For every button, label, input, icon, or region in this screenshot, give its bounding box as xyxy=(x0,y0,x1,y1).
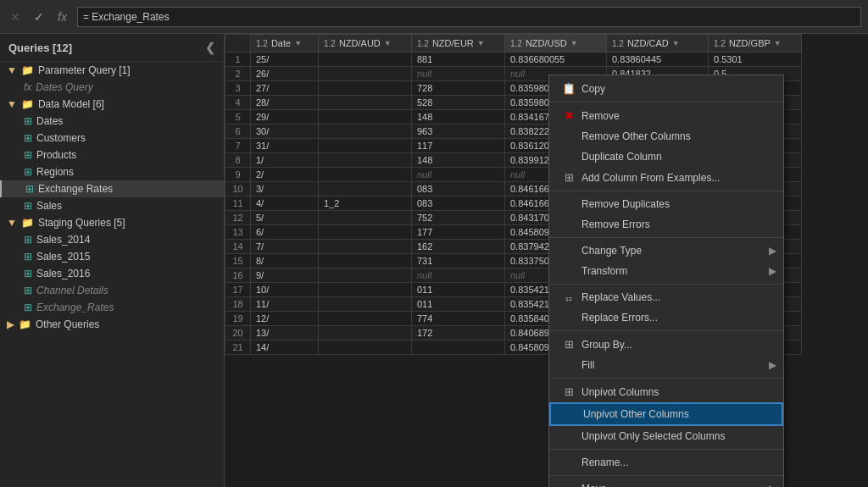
sidebar-item-regions[interactable]: ⊞ Regions xyxy=(0,163,224,180)
menu-item-replace-errors[interactable]: Replace Errors... xyxy=(549,307,783,328)
col-header-nzdgbp[interactable]: 1.2 NZD/GBP ▼ xyxy=(709,35,802,53)
sidebar-item-sales2014[interactable]: ⊞ Sales_2014 xyxy=(0,231,224,248)
menu-separator xyxy=(549,378,783,379)
menu-label: Fill xyxy=(581,359,594,371)
sidebar-group-parameter-query[interactable]: ▼ 📁 Parameter Query [1] xyxy=(0,62,224,79)
item-label: Exchange Rates xyxy=(38,183,113,195)
cell-col4: 0.836680055 xyxy=(505,53,607,67)
menu-item-remove-duplicates[interactable]: Remove Duplicates xyxy=(549,194,783,214)
cell-col2 xyxy=(319,225,412,240)
row-number: 2 xyxy=(225,67,251,81)
menu-item-replace-values[interactable]: ₁₂Replace Values... xyxy=(549,287,783,307)
menu-item-add-column-from-examples[interactable]: ⊞Add Column From Examples... xyxy=(549,167,783,188)
cell-col3: 162 xyxy=(412,240,505,254)
sidebar-item-channel-details[interactable]: ⊞ Channel Details xyxy=(0,282,224,299)
sidebar-item-customers[interactable]: ⊞ Customers xyxy=(0,130,224,147)
item-label: Exchange_Rates xyxy=(36,302,114,313)
menu-item-remove-errors[interactable]: Remove Errors xyxy=(549,214,783,235)
menu-label: Remove xyxy=(581,110,620,122)
sidebar-item-exchange-rates[interactable]: ⊞ Exchange Rates xyxy=(0,180,224,197)
sidebar-item-exchange-rates-staging[interactable]: ⊞ Exchange_Rates xyxy=(0,299,224,316)
sidebar-item-dates[interactable]: ⊞ Dates xyxy=(0,113,224,130)
cell-col5: 0.83860445 xyxy=(607,53,709,67)
col-header-nzdusd[interactable]: 1.2 NZD/USD ▼ xyxy=(505,35,607,53)
sidebar-item-products[interactable]: ⊞ Products xyxy=(0,147,224,163)
row-number: 20 xyxy=(225,326,251,340)
col-header-nzdaud[interactable]: 1.2 NZD/AUD ▼ xyxy=(319,35,412,53)
sidebar-item-dates-query[interactable]: fx Dates Query xyxy=(0,79,224,96)
row-number: 3 xyxy=(225,81,251,96)
cell-col2 xyxy=(319,153,412,168)
row-number: 7 xyxy=(225,139,251,153)
main-area: Queries [12] ❮ ▼ 📁 Parameter Query [1] f… xyxy=(0,34,868,487)
menu-label: Remove Errors xyxy=(581,219,650,230)
filter-icon-nzdusd[interactable]: ▼ xyxy=(570,39,578,47)
cell-col6: 0.5301 xyxy=(709,53,802,67)
menu-item-duplicate-column[interactable]: Duplicate Column xyxy=(549,147,783,167)
menu-label: Replace Values... xyxy=(581,291,660,303)
filter-icon-nzdaud[interactable]: ▼ xyxy=(384,39,392,47)
sidebar-group-data-model[interactable]: ▼ 📁 Data Model [6] xyxy=(0,96,224,113)
row-number: 1 xyxy=(225,53,251,67)
row-number: 6 xyxy=(225,125,251,139)
cell-date: 9/ xyxy=(251,268,319,283)
cell-col2 xyxy=(319,240,412,254)
sidebar-item-sales2015[interactable]: ⊞ Sales_2015 xyxy=(0,248,224,265)
row-num-header xyxy=(225,35,251,53)
menu-separator xyxy=(549,330,783,331)
table-icon: ⊞ xyxy=(24,251,32,263)
menu-label: Add Column From Examples... xyxy=(581,172,720,184)
cell-col2 xyxy=(319,110,412,125)
menu-item-change-type[interactable]: Change Type▶ xyxy=(549,241,783,261)
folder-icon: 📁 xyxy=(21,64,34,76)
row-number: 19 xyxy=(225,312,251,326)
cell-date: 27/ xyxy=(251,81,319,96)
menu-item-move[interactable]: Move▶ xyxy=(549,479,783,487)
col-header-nzdeur[interactable]: 1.2 NZD/EUR ▼ xyxy=(412,35,505,53)
filter-icon-nzdeur[interactable]: ▼ xyxy=(477,39,485,47)
cell-col2: 1_2 xyxy=(319,196,412,211)
remove-icon: ✖ xyxy=(559,109,578,122)
filter-icon-nzdgbp[interactable]: ▼ xyxy=(774,39,782,47)
cell-date: 3/ xyxy=(251,182,319,196)
item-label: Regions xyxy=(36,166,74,178)
menu-separator xyxy=(549,449,783,450)
sidebar-item-sales[interactable]: ⊞ Sales xyxy=(0,197,224,214)
col-header-date[interactable]: 1.2 Date ▼ xyxy=(251,35,319,53)
item-label: Sales_2014 xyxy=(36,234,90,246)
menu-item-unpivot-columns[interactable]: ⊞Unpivot Columns xyxy=(549,381,783,402)
add-col-icon: ⊞ xyxy=(559,171,578,184)
menu-item-copy[interactable]: 📋Copy xyxy=(549,78,783,99)
menu-separator xyxy=(549,475,783,476)
menu-item-fill[interactable]: Fill▶ xyxy=(549,355,783,375)
menu-item-unpivot-other-columns[interactable]: Unpivot Other Columns xyxy=(549,402,783,426)
fx-item-icon: fx xyxy=(24,81,31,93)
sidebar-group-staging[interactable]: ▼ 📁 Staging Queries [5] xyxy=(0,214,224,231)
col-header-nzdcad[interactable]: 1.2 NZD/CAD ▼ xyxy=(607,35,709,53)
sidebar: Queries [12] ❮ ▼ 📁 Parameter Query [1] f… xyxy=(0,34,225,487)
cancel-icon[interactable]: ✕ xyxy=(7,8,24,25)
row-number: 14 xyxy=(225,240,251,254)
menu-item-group-by[interactable]: ⊞Group By... xyxy=(549,334,783,355)
cell-col3: 752 xyxy=(412,211,505,225)
formula-bar[interactable]: = Exchange_Rates xyxy=(77,7,861,27)
row-number: 17 xyxy=(225,283,251,297)
item-label: Sales xyxy=(36,200,62,212)
confirm-icon[interactable]: ✓ xyxy=(31,8,47,25)
menu-item-unpivot-only-selected[interactable]: Unpivot Only Selected Columns xyxy=(549,426,783,446)
row-number: 5 xyxy=(225,110,251,125)
filter-icon-nzdcad[interactable]: ▼ xyxy=(672,39,680,47)
menu-item-rename[interactable]: Rename... xyxy=(549,452,783,473)
menu-item-remove[interactable]: ✖Remove xyxy=(549,105,783,126)
cell-date: 6/ xyxy=(251,225,319,240)
sidebar-group-other-queries[interactable]: ▶ 📁 Other Queries xyxy=(0,316,224,333)
collapse-icon[interactable]: ❮ xyxy=(205,41,215,54)
cell-date: 28/ xyxy=(251,96,319,110)
menu-item-remove-other-columns[interactable]: Remove Other Columns xyxy=(549,126,783,147)
cell-date: 30/ xyxy=(251,125,319,139)
row-number: 12 xyxy=(225,211,251,225)
filter-icon-date[interactable]: ▼ xyxy=(294,39,302,47)
sidebar-item-sales2016[interactable]: ⊞ Sales_2016 xyxy=(0,265,224,282)
cell-col3: 011 xyxy=(412,297,505,312)
menu-item-transform[interactable]: Transform▶ xyxy=(549,261,783,281)
